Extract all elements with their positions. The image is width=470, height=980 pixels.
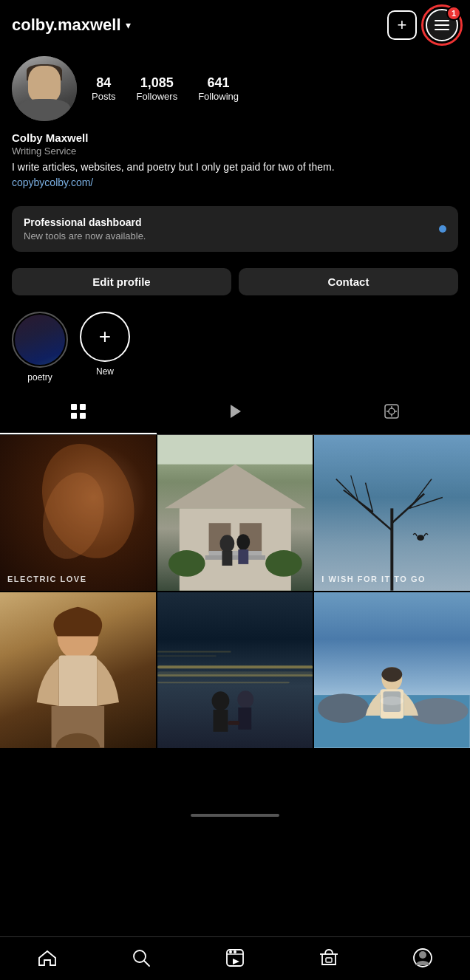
svg-rect-13 bbox=[179, 509, 290, 591]
following-count: 641 bbox=[208, 75, 230, 91]
svg-rect-3 bbox=[80, 413, 86, 419]
svg-rect-43 bbox=[157, 671, 313, 676]
svg-point-44 bbox=[211, 691, 229, 710]
story-label-new: New bbox=[96, 366, 114, 377]
search-icon bbox=[132, 948, 151, 972]
svg-rect-66 bbox=[326, 958, 332, 962]
story-item-new[interactable]: + New bbox=[80, 312, 130, 377]
post-cell-6[interactable] bbox=[314, 592, 470, 748]
pro-dashboard-text: Professional dashboard New tools are now… bbox=[24, 216, 146, 241]
home-icon bbox=[38, 948, 57, 972]
svg-rect-40 bbox=[157, 665, 313, 668]
svg-point-6 bbox=[389, 408, 395, 414]
svg-rect-25 bbox=[157, 435, 313, 465]
nav-home[interactable] bbox=[0, 945, 94, 976]
post-image-1 bbox=[0, 435, 156, 591]
header: colby.maxwell ▾ + 1 bbox=[0, 0, 470, 50]
svg-marker-14 bbox=[165, 465, 306, 509]
avatar-image bbox=[12, 56, 77, 121]
svg-rect-20 bbox=[222, 551, 232, 566]
post-cell-1[interactable]: ELECTRIC LOVE bbox=[0, 435, 156, 591]
tab-grid[interactable] bbox=[0, 394, 157, 434]
post-cell-2[interactable] bbox=[157, 435, 313, 591]
posts-count: 84 bbox=[96, 75, 111, 91]
home-indicator-bar bbox=[191, 814, 279, 817]
nav-reels[interactable] bbox=[188, 945, 282, 976]
notification-badge: 1 bbox=[446, 6, 461, 21]
shop-icon bbox=[319, 948, 338, 972]
play-icon bbox=[227, 403, 243, 424]
tab-bar bbox=[0, 394, 470, 435]
profile-bio: I write articles, websites, and poetry b… bbox=[12, 160, 458, 174]
stats-container: 84 Posts 1,085 Followers 641 Following bbox=[92, 75, 239, 102]
nav-profile[interactable] bbox=[376, 945, 470, 976]
contact-button[interactable]: Contact bbox=[239, 268, 458, 295]
tab-tagged[interactable] bbox=[313, 394, 470, 434]
profile-link[interactable]: copybycolby.com/ bbox=[12, 177, 458, 188]
story-label-poetry: poetry bbox=[27, 372, 52, 383]
post-image-4 bbox=[0, 592, 156, 748]
post-overlay-text-3: I WISH FOR IT TO GO bbox=[321, 575, 426, 583]
nav-search[interactable] bbox=[94, 945, 188, 976]
tagged-icon bbox=[384, 403, 400, 424]
professional-dashboard[interactable]: Professional dashboard New tools are now… bbox=[12, 206, 458, 252]
profile-top: 84 Posts 1,085 Followers 641 Following bbox=[12, 56, 458, 121]
svg-rect-37 bbox=[58, 655, 97, 713]
followers-label: Followers bbox=[137, 91, 178, 102]
edit-profile-button[interactable]: Edit profile bbox=[12, 268, 231, 295]
stories-section: poetry + New bbox=[0, 303, 470, 388]
avatar-face bbox=[28, 66, 61, 103]
pro-dashboard-title: Professional dashboard bbox=[24, 216, 146, 228]
post-image-6 bbox=[314, 592, 470, 748]
svg-point-63 bbox=[229, 950, 232, 953]
svg-line-31 bbox=[410, 479, 432, 509]
svg-rect-18 bbox=[205, 555, 265, 560]
add-post-button[interactable]: + bbox=[387, 10, 417, 40]
svg-rect-22 bbox=[238, 549, 248, 564]
followers-count: 1,085 bbox=[140, 75, 174, 91]
nav-spacer bbox=[0, 748, 470, 807]
new-story-button[interactable]: + bbox=[80, 312, 130, 362]
grid-icon bbox=[70, 403, 86, 424]
svg-point-68 bbox=[419, 951, 426, 959]
svg-point-24 bbox=[265, 550, 302, 577]
story-item-poetry[interactable]: poetry bbox=[12, 312, 68, 383]
posts-stat[interactable]: 84 Posts bbox=[92, 75, 116, 102]
post-cell-5[interactable] bbox=[157, 592, 313, 748]
nav-shop[interactable] bbox=[282, 945, 376, 976]
post-image-3 bbox=[314, 435, 470, 591]
svg-rect-42 bbox=[157, 682, 290, 683]
svg-rect-47 bbox=[238, 707, 251, 730]
post-cell-3[interactable]: I WISH FOR IT TO GO bbox=[314, 435, 470, 591]
svg-rect-1 bbox=[80, 404, 86, 410]
menu-wrapper: 1 bbox=[426, 9, 458, 41]
tab-reels[interactable] bbox=[157, 394, 313, 434]
header-left: colby.maxwell ▾ bbox=[12, 16, 131, 35]
header-icons: + 1 bbox=[387, 9, 458, 41]
profile-category: Writing Service bbox=[12, 145, 458, 157]
svg-point-53 bbox=[410, 698, 469, 724]
svg-point-58 bbox=[381, 696, 404, 705]
svg-point-57 bbox=[382, 667, 403, 682]
svg-rect-50 bbox=[157, 655, 216, 656]
bottom-nav bbox=[0, 936, 470, 980]
plus-icon-new: + bbox=[99, 325, 111, 349]
chevron-down-icon[interactable]: ▾ bbox=[126, 19, 131, 31]
post-cell-4[interactable] bbox=[0, 592, 156, 748]
action-buttons: Edit profile Contact bbox=[0, 261, 470, 303]
svg-point-46 bbox=[237, 691, 253, 708]
profile-icon bbox=[412, 948, 433, 973]
post-overlay-text-1: ELECTRIC LOVE bbox=[7, 575, 87, 583]
following-stat[interactable]: 641 Following bbox=[198, 75, 239, 102]
posts-grid: ELECTRIC LOVE bbox=[0, 435, 470, 747]
svg-line-60 bbox=[144, 961, 149, 966]
svg-point-23 bbox=[168, 550, 205, 577]
avatar[interactable] bbox=[12, 56, 77, 121]
svg-rect-48 bbox=[228, 721, 239, 725]
followers-stat[interactable]: 1,085 Followers bbox=[137, 75, 178, 102]
bottom-indicator bbox=[0, 807, 470, 826]
svg-line-28 bbox=[392, 494, 425, 524]
username-text[interactable]: colby.maxwell bbox=[12, 16, 121, 35]
following-label: Following bbox=[198, 91, 239, 102]
svg-rect-49 bbox=[157, 651, 231, 652]
